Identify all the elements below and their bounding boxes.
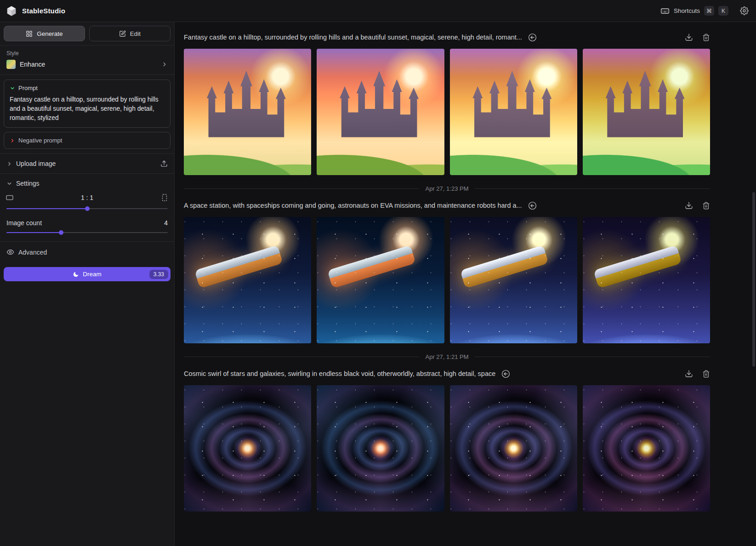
generation-prompt: A space station, with spaceships coming …	[184, 202, 522, 209]
settings-toggle[interactable]: Settings	[0, 174, 174, 190]
app-window: StableStudio Shortcuts ⌘ K	[0, 0, 756, 546]
negative-prompt-card: Negative prompt	[4, 132, 171, 149]
tab-generate[interactable]: Generate	[4, 26, 85, 41]
chevron-right-icon	[6, 161, 12, 167]
generation-group: Fantasy castle on a hilltop, surrounded …	[184, 31, 710, 192]
space-image-4[interactable]	[583, 217, 710, 343]
chevron-down-icon	[10, 85, 15, 91]
style-label: Style	[6, 50, 168, 57]
galaxy-image-2[interactable]	[317, 385, 444, 512]
app-logo-icon	[6, 5, 17, 17]
castle-image-3[interactable]	[450, 49, 577, 175]
timestamp-divider: Apr 27, 1:21 PM	[184, 353, 710, 360]
tab-edit[interactable]: Edit	[89, 26, 171, 41]
delete-button[interactable]	[702, 370, 710, 378]
castle-image-2[interactable]	[317, 49, 444, 175]
castle-image-1[interactable]	[184, 49, 311, 175]
advanced-toggle[interactable]: Advanced	[0, 242, 174, 262]
kbd-k: K	[718, 6, 728, 16]
chevron-right-icon	[10, 138, 15, 143]
image-grid	[184, 385, 710, 512]
reuse-prompt-button[interactable]	[501, 369, 511, 379]
sidebar: Generate Edit Style Enhance	[0, 22, 175, 546]
download-button[interactable]	[685, 370, 693, 378]
chevron-down-icon	[6, 181, 12, 187]
aspect-ratio-slider[interactable]	[6, 205, 168, 212]
style-selector[interactable]: Enhance	[6, 60, 168, 69]
delete-button[interactable]	[702, 202, 710, 210]
edit-pencil-icon	[119, 30, 126, 37]
trash-icon	[702, 370, 710, 378]
settings-label: Settings	[16, 180, 40, 187]
style-value: Enhance	[20, 61, 45, 68]
tab-edit-label: Edit	[130, 30, 141, 37]
tab-generate-label: Generate	[37, 30, 63, 37]
upload-image-label: Upload image	[16, 160, 56, 167]
scrollbar[interactable]	[752, 192, 755, 367]
generation-feed: Fantasy castle on a hilltop, surrounded …	[175, 22, 756, 546]
style-thumbnail-icon	[6, 60, 16, 69]
prompt-card: Prompt Fantasy castle on a hilltop, surr…	[4, 80, 171, 128]
download-icon	[685, 201, 693, 210]
kbd-cmd: ⌘	[704, 6, 714, 16]
reuse-prompt-button[interactable]	[528, 201, 537, 210]
image-count-value: 4	[164, 219, 168, 227]
brand: StableStudio	[6, 5, 65, 17]
shortcuts-button[interactable]: Shortcuts ⌘ K	[660, 6, 728, 16]
landscape-aspect-icon	[6, 193, 14, 202]
aspect-ratio-value: 1 : 1	[14, 194, 160, 201]
divider-line	[475, 188, 710, 189]
prompt-header[interactable]: Prompt	[10, 85, 165, 91]
timestamp-divider: Apr 27, 1:23 PM	[184, 185, 710, 192]
image-count-label: Image count	[6, 219, 42, 227]
delete-button[interactable]	[702, 34, 710, 41]
shortcuts-label: Shortcuts	[674, 7, 700, 14]
prompt-label: Prompt	[18, 85, 38, 91]
eye-icon	[6, 248, 14, 256]
trash-icon	[702, 34, 710, 41]
space-image-2[interactable]	[317, 217, 444, 343]
upload-icon[interactable]	[160, 160, 168, 167]
download-icon	[685, 370, 693, 378]
generation-prompt: Cosmic swirl of stars and galaxies, swir…	[184, 370, 495, 377]
timestamp: Apr 27, 1:23 PM	[426, 185, 469, 192]
download-button[interactable]	[685, 201, 693, 210]
image-grid	[184, 217, 710, 343]
prompt-input[interactable]: Fantasy castle on a hilltop, surrounded …	[10, 95, 165, 123]
slider-thumb[interactable]	[59, 230, 63, 235]
arrow-left-circle-icon	[501, 369, 511, 379]
moon-icon	[73, 271, 79, 278]
timestamp: Apr 27, 1:21 PM	[426, 353, 469, 360]
portrait-aspect-icon	[160, 193, 169, 202]
galaxy-image-4[interactable]	[583, 385, 710, 512]
app-title: StableStudio	[22, 7, 65, 15]
negative-prompt-header[interactable]: Negative prompt	[10, 137, 165, 144]
arrow-left-circle-icon	[528, 201, 537, 210]
image-count-slider[interactable]	[6, 229, 168, 236]
dream-button[interactable]: Dream 3.33	[4, 267, 171, 281]
trash-icon	[702, 202, 710, 210]
grid-icon	[26, 30, 33, 37]
divider-line	[184, 188, 419, 189]
galaxy-image-3[interactable]	[450, 385, 577, 512]
image-grid	[184, 49, 710, 175]
chevron-right-icon	[161, 61, 168, 68]
advanced-label: Advanced	[18, 249, 47, 256]
space-image-3[interactable]	[450, 217, 577, 343]
divider-line	[184, 357, 419, 357]
reuse-prompt-button[interactable]	[528, 33, 537, 42]
space-image-1[interactable]	[184, 217, 311, 343]
download-icon	[685, 33, 693, 41]
slider-thumb[interactable]	[85, 206, 90, 211]
generation-group: A space station, with spaceships coming …	[184, 199, 710, 360]
settings-button[interactable]	[740, 6, 749, 15]
castle-image-4[interactable]	[583, 49, 710, 175]
divider-line	[475, 357, 710, 357]
dream-cost-badge: 3.33	[149, 270, 168, 279]
download-button[interactable]	[685, 33, 693, 41]
upload-image-row[interactable]: Upload image	[0, 154, 174, 174]
arrow-left-circle-icon	[528, 33, 537, 42]
negative-prompt-label: Negative prompt	[18, 137, 62, 144]
galaxy-image-1[interactable]	[184, 385, 311, 512]
generation-group: Cosmic swirl of stars and galaxies, swir…	[184, 368, 710, 512]
